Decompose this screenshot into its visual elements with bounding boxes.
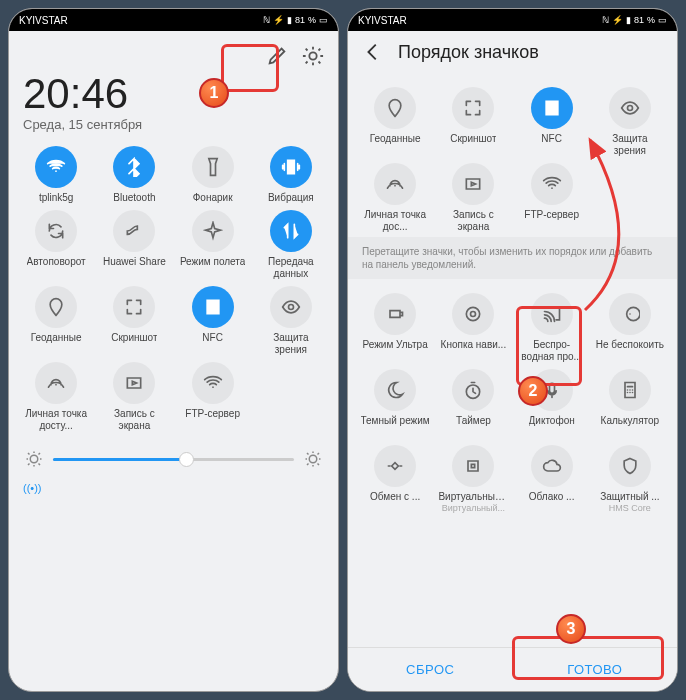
cast-icon[interactable]	[531, 293, 573, 335]
flashlight-icon[interactable]	[192, 146, 234, 188]
tile-hotspot[interactable]: Личная точка дос...	[358, 163, 432, 233]
date: Среда, 15 сентября	[23, 117, 324, 132]
ftp-icon[interactable]	[192, 362, 234, 404]
edit-icon[interactable]	[266, 45, 288, 67]
data-icon[interactable]	[270, 210, 312, 252]
tile-label: Режим полета	[180, 256, 245, 280]
tile-flashlight[interactable]: Фонарик	[176, 146, 250, 204]
tile-ftp[interactable]: FTP-сервер	[176, 362, 250, 432]
screenshot-icon[interactable]	[113, 286, 155, 328]
hotspot-icon[interactable]	[374, 163, 416, 205]
location-icon[interactable]	[35, 286, 77, 328]
tile-label: NFC	[541, 133, 562, 145]
status-bar: KYIVSTAR ℕ ⚡ ▮ 81% ▭	[9, 9, 338, 31]
nfc-icon[interactable]	[192, 286, 234, 328]
virtual-icon[interactable]	[452, 445, 494, 487]
ftp-icon[interactable]	[531, 163, 573, 205]
phone-left: KYIVSTAR ℕ ⚡ ▮ 81% ▭ 20:46 Среда, 15 сен…	[8, 8, 339, 692]
done-button[interactable]: ГОТОВО	[513, 648, 678, 691]
tile-bluetooth[interactable]: Bluetooth	[97, 146, 171, 204]
back-icon[interactable]	[362, 41, 384, 63]
tile-eyecare[interactable]: Защита зрения	[593, 87, 667, 157]
tile-label: Скриншот	[450, 133, 496, 145]
tile-screenrec[interactable]: Запись с экрана	[97, 362, 171, 432]
calc-icon[interactable]	[609, 369, 651, 411]
clock: 20:46	[23, 73, 324, 115]
bluetooth-icon[interactable]	[113, 146, 155, 188]
gear-icon[interactable]	[302, 45, 324, 67]
reset-button[interactable]: СБРОС	[348, 648, 513, 691]
carrier: KYIVSTAR	[19, 15, 68, 26]
tile-nfc[interactable]: NFC	[176, 286, 250, 356]
tile-location[interactable]: Геоданные	[358, 87, 432, 157]
ultra-icon[interactable]	[374, 293, 416, 335]
vibrate-icon[interactable]	[270, 146, 312, 188]
tile-airplane[interactable]: Режим полета	[176, 210, 250, 280]
tile-data[interactable]: Передача данных	[254, 210, 328, 280]
nfc-icon[interactable]	[531, 87, 573, 129]
navbtn-icon[interactable]	[452, 293, 494, 335]
tile-label: Не беспокоить	[596, 339, 664, 363]
sun-dim-icon	[25, 450, 43, 468]
tile-label: Личная точка досту...	[21, 408, 91, 432]
hotspot-icon[interactable]	[35, 362, 77, 404]
tile-cast[interactable]: Беспро- водная про...	[515, 293, 589, 363]
footer: СБРОС ГОТОВО	[348, 647, 677, 691]
dnd-icon[interactable]	[609, 293, 651, 335]
nearby-icon[interactable]	[374, 445, 416, 487]
tile-timer[interactable]: Таймер	[436, 369, 510, 439]
nfc-indicator: ℕ	[263, 15, 270, 25]
brightness-slider[interactable]	[9, 442, 338, 476]
battery-pct: 81	[295, 15, 305, 25]
tile-vibrate[interactable]: Вибрация	[254, 146, 328, 204]
phone-right: KYIVSTAR ℕ⚡▮81%▭ Порядок значков Геоданн…	[347, 8, 678, 692]
tile-shield[interactable]: Защитный ... HMS Core	[593, 445, 667, 514]
vibrate-icon: ▮	[287, 15, 292, 25]
eyecare-icon[interactable]	[270, 286, 312, 328]
airplane-icon[interactable]	[192, 210, 234, 252]
tile-hotspot[interactable]: Личная точка досту...	[19, 362, 93, 432]
tile-dnd[interactable]: Не беспокоить	[593, 293, 667, 363]
tile-location[interactable]: Геоданные	[19, 286, 93, 356]
tile-screenrec[interactable]: Запись с экрана	[436, 163, 510, 233]
tile-cloud[interactable]: Облако ...	[515, 445, 589, 514]
dark-icon[interactable]	[374, 369, 416, 411]
audio-indicator: ((•))	[9, 476, 338, 500]
tile-label: Виртуальный ...	[438, 491, 508, 503]
tile-label: Беспро- водная про...	[517, 339, 587, 363]
tile-label: Автоповорот	[27, 256, 86, 268]
tile-dark[interactable]: Темный режим	[358, 369, 432, 439]
screenrec-icon[interactable]	[452, 163, 494, 205]
tile-eyecare[interactable]: Защита зрения	[254, 286, 328, 356]
cloud-icon[interactable]	[531, 445, 573, 487]
tile-share[interactable]: Huawei Share	[97, 210, 171, 280]
wifi-icon[interactable]	[35, 146, 77, 188]
tile-label: Таймер	[456, 415, 491, 427]
tile-rotate[interactable]: Автоповорот	[19, 210, 93, 280]
screenshot-icon[interactable]	[452, 87, 494, 129]
screenrec-icon[interactable]	[113, 362, 155, 404]
tile-label: Геоданные	[31, 332, 82, 344]
tile-ftp[interactable]: FTP-сервер	[515, 163, 589, 233]
rotate-icon[interactable]	[35, 210, 77, 252]
tile-screenshot[interactable]: Скриншот	[436, 87, 510, 157]
share-icon[interactable]	[113, 210, 155, 252]
tile-wifi[interactable]: tplink5g	[19, 146, 93, 204]
tile-label: Защитный ...	[600, 491, 659, 503]
tile-label: Диктофон	[529, 415, 575, 427]
shield-icon[interactable]	[609, 445, 651, 487]
tile-calc[interactable]: Калькулятор	[593, 369, 667, 439]
marker-1: 1	[199, 78, 229, 108]
timer-icon[interactable]	[452, 369, 494, 411]
eyecare-icon[interactable]	[609, 87, 651, 129]
tile-nearby[interactable]: Обмен с ...	[358, 445, 432, 514]
tile-ultra[interactable]: Режим Ультра	[358, 293, 432, 363]
tile-nfc[interactable]: NFC	[515, 87, 589, 157]
tile-navbtn[interactable]: Кнопка нави...	[436, 293, 510, 363]
location-icon[interactable]	[374, 87, 416, 129]
tile-label: Bluetooth	[113, 192, 155, 204]
tile-screenshot[interactable]: Скриншот	[97, 286, 171, 356]
tile-label: tplink5g	[39, 192, 73, 204]
tile-virtual[interactable]: Виртуальный ... Виртуальный...	[436, 445, 510, 514]
bt-icon: ⚡	[273, 15, 284, 25]
